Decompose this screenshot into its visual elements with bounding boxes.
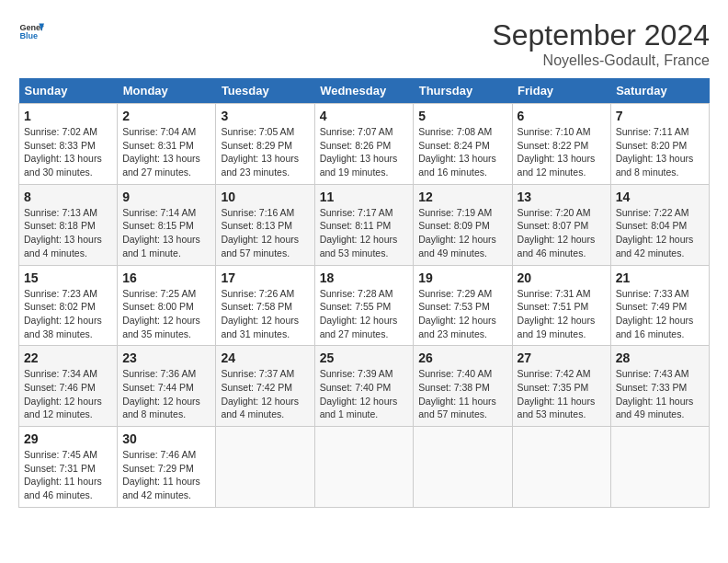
calendar-cell: 14Sunrise: 7:22 AM Sunset: 8:04 PM Dayli… xyxy=(610,184,709,265)
svg-text:Blue: Blue xyxy=(19,31,38,40)
day-info: Sunrise: 7:23 AM Sunset: 8:02 PM Dayligh… xyxy=(24,287,112,341)
weekday-header-thursday: Thursday xyxy=(414,78,512,104)
day-number: 6 xyxy=(518,109,606,123)
calendar-cell: 6Sunrise: 7:10 AM Sunset: 8:22 PM Daylig… xyxy=(512,104,610,185)
day-info: Sunrise: 7:08 AM Sunset: 8:24 PM Dayligh… xyxy=(418,125,506,179)
calendar-cell: 25Sunrise: 7:39 AM Sunset: 7:40 PM Dayli… xyxy=(314,346,414,427)
calendar-cell: 18Sunrise: 7:28 AM Sunset: 7:55 PM Dayli… xyxy=(314,265,414,346)
calendar-cell: 2Sunrise: 7:04 AM Sunset: 8:31 PM Daylig… xyxy=(118,104,216,185)
day-number: 29 xyxy=(24,431,112,446)
calendar-cell xyxy=(512,427,610,508)
day-number: 24 xyxy=(221,350,309,365)
location-subtitle: Noyelles-Godault, France xyxy=(492,52,710,69)
title-block: September 2024 Noyelles-Godault, France xyxy=(492,18,710,69)
day-number: 14 xyxy=(616,190,704,204)
day-number: 22 xyxy=(24,350,112,365)
calendar-cell: 16Sunrise: 7:25 AM Sunset: 8:00 PM Dayli… xyxy=(118,265,216,346)
day-info: Sunrise: 7:20 AM Sunset: 8:07 PM Dayligh… xyxy=(518,206,606,260)
calendar-cell: 3Sunrise: 7:05 AM Sunset: 8:29 PM Daylig… xyxy=(216,104,314,185)
day-info: Sunrise: 7:10 AM Sunset: 8:22 PM Dayligh… xyxy=(518,125,606,179)
day-number: 28 xyxy=(616,350,704,365)
day-number: 17 xyxy=(221,270,309,285)
day-number: 19 xyxy=(418,270,506,285)
day-info: Sunrise: 7:42 AM Sunset: 7:35 PM Dayligh… xyxy=(518,367,606,421)
calendar-week-row: 15Sunrise: 7:23 AM Sunset: 8:02 PM Dayli… xyxy=(19,265,710,346)
calendar-week-row: 8Sunrise: 7:13 AM Sunset: 8:18 PM Daylig… xyxy=(19,184,710,265)
calendar-week-row: 29Sunrise: 7:45 AM Sunset: 7:31 PM Dayli… xyxy=(19,427,710,508)
calendar-cell: 27Sunrise: 7:42 AM Sunset: 7:35 PM Dayli… xyxy=(512,346,610,427)
calendar-week-row: 1Sunrise: 7:02 AM Sunset: 8:33 PM Daylig… xyxy=(19,104,710,185)
day-info: Sunrise: 7:26 AM Sunset: 7:58 PM Dayligh… xyxy=(221,287,309,341)
weekday-header-saturday: Saturday xyxy=(610,78,709,104)
day-info: Sunrise: 7:33 AM Sunset: 7:49 PM Dayligh… xyxy=(616,287,704,341)
day-info: Sunrise: 7:16 AM Sunset: 8:13 PM Dayligh… xyxy=(221,206,309,260)
day-info: Sunrise: 7:11 AM Sunset: 8:20 PM Dayligh… xyxy=(616,125,704,179)
day-number: 13 xyxy=(518,190,606,204)
calendar-cell: 17Sunrise: 7:26 AM Sunset: 7:58 PM Dayli… xyxy=(216,265,314,346)
day-info: Sunrise: 7:37 AM Sunset: 7:42 PM Dayligh… xyxy=(221,367,309,421)
day-info: Sunrise: 7:05 AM Sunset: 8:29 PM Dayligh… xyxy=(221,125,309,179)
day-info: Sunrise: 7:28 AM Sunset: 7:55 PM Dayligh… xyxy=(320,287,409,341)
calendar-cell: 7Sunrise: 7:11 AM Sunset: 8:20 PM Daylig… xyxy=(610,104,709,185)
weekday-header-sunday: Sunday xyxy=(19,78,118,104)
calendar-cell: 26Sunrise: 7:40 AM Sunset: 7:38 PM Dayli… xyxy=(414,346,512,427)
day-number: 2 xyxy=(122,109,210,123)
calendar-cell xyxy=(314,427,414,508)
day-info: Sunrise: 7:13 AM Sunset: 8:18 PM Dayligh… xyxy=(24,206,112,260)
day-info: Sunrise: 7:45 AM Sunset: 7:31 PM Dayligh… xyxy=(24,448,112,502)
day-info: Sunrise: 7:36 AM Sunset: 7:44 PM Dayligh… xyxy=(122,367,210,421)
day-info: Sunrise: 7:17 AM Sunset: 8:11 PM Dayligh… xyxy=(320,206,409,260)
calendar-cell: 9Sunrise: 7:14 AM Sunset: 8:15 PM Daylig… xyxy=(118,184,216,265)
calendar-cell: 28Sunrise: 7:43 AM Sunset: 7:33 PM Dayli… xyxy=(610,346,709,427)
day-number: 9 xyxy=(122,190,210,204)
day-number: 16 xyxy=(122,270,210,285)
calendar-cell: 8Sunrise: 7:13 AM Sunset: 8:18 PM Daylig… xyxy=(19,184,118,265)
weekday-header-friday: Friday xyxy=(512,78,610,104)
page-header: General Blue September 2024 Noyelles-God… xyxy=(18,18,710,69)
logo: General Blue xyxy=(18,18,44,44)
day-number: 1 xyxy=(24,109,112,123)
calendar-cell: 19Sunrise: 7:29 AM Sunset: 7:53 PM Dayli… xyxy=(414,265,512,346)
day-number: 30 xyxy=(122,431,210,446)
day-number: 4 xyxy=(320,109,409,123)
day-number: 8 xyxy=(24,190,112,204)
calendar-table: SundayMondayTuesdayWednesdayThursdayFrid… xyxy=(18,78,710,508)
calendar-cell: 1Sunrise: 7:02 AM Sunset: 8:33 PM Daylig… xyxy=(19,104,118,185)
calendar-cell: 24Sunrise: 7:37 AM Sunset: 7:42 PM Dayli… xyxy=(216,346,314,427)
calendar-cell: 20Sunrise: 7:31 AM Sunset: 7:51 PM Dayli… xyxy=(512,265,610,346)
day-number: 10 xyxy=(221,190,309,204)
day-info: Sunrise: 7:19 AM Sunset: 8:09 PM Dayligh… xyxy=(418,206,506,260)
calendar-cell xyxy=(414,427,512,508)
day-number: 21 xyxy=(616,270,704,285)
day-info: Sunrise: 7:22 AM Sunset: 8:04 PM Dayligh… xyxy=(616,206,704,260)
day-number: 26 xyxy=(418,350,506,365)
calendar-cell: 10Sunrise: 7:16 AM Sunset: 8:13 PM Dayli… xyxy=(216,184,314,265)
calendar-cell: 13Sunrise: 7:20 AM Sunset: 8:07 PM Dayli… xyxy=(512,184,610,265)
day-number: 3 xyxy=(221,109,309,123)
day-info: Sunrise: 7:29 AM Sunset: 7:53 PM Dayligh… xyxy=(418,287,506,341)
day-info: Sunrise: 7:07 AM Sunset: 8:26 PM Dayligh… xyxy=(320,125,409,179)
calendar-cell: 5Sunrise: 7:08 AM Sunset: 8:24 PM Daylig… xyxy=(414,104,512,185)
day-info: Sunrise: 7:43 AM Sunset: 7:33 PM Dayligh… xyxy=(616,367,704,421)
calendar-cell xyxy=(610,427,709,508)
calendar-cell: 22Sunrise: 7:34 AM Sunset: 7:46 PM Dayli… xyxy=(19,346,118,427)
day-number: 23 xyxy=(122,350,210,365)
day-number: 5 xyxy=(418,109,506,123)
day-info: Sunrise: 7:02 AM Sunset: 8:33 PM Dayligh… xyxy=(24,125,112,179)
day-info: Sunrise: 7:39 AM Sunset: 7:40 PM Dayligh… xyxy=(320,367,409,421)
day-info: Sunrise: 7:25 AM Sunset: 8:00 PM Dayligh… xyxy=(122,287,210,341)
calendar-cell: 23Sunrise: 7:36 AM Sunset: 7:44 PM Dayli… xyxy=(118,346,216,427)
calendar-cell: 12Sunrise: 7:19 AM Sunset: 8:09 PM Dayli… xyxy=(414,184,512,265)
calendar-cell xyxy=(216,427,314,508)
day-info: Sunrise: 7:40 AM Sunset: 7:38 PM Dayligh… xyxy=(418,367,506,421)
day-info: Sunrise: 7:34 AM Sunset: 7:46 PM Dayligh… xyxy=(24,367,112,421)
logo-icon: General Blue xyxy=(18,18,44,44)
day-number: 11 xyxy=(320,190,409,204)
day-info: Sunrise: 7:31 AM Sunset: 7:51 PM Dayligh… xyxy=(518,287,606,341)
day-number: 15 xyxy=(24,270,112,285)
day-number: 25 xyxy=(320,350,409,365)
calendar-cell: 15Sunrise: 7:23 AM Sunset: 8:02 PM Dayli… xyxy=(19,265,118,346)
weekday-header-wednesday: Wednesday xyxy=(314,78,414,104)
calendar-cell: 4Sunrise: 7:07 AM Sunset: 8:26 PM Daylig… xyxy=(314,104,414,185)
calendar-week-row: 22Sunrise: 7:34 AM Sunset: 7:46 PM Dayli… xyxy=(19,346,710,427)
